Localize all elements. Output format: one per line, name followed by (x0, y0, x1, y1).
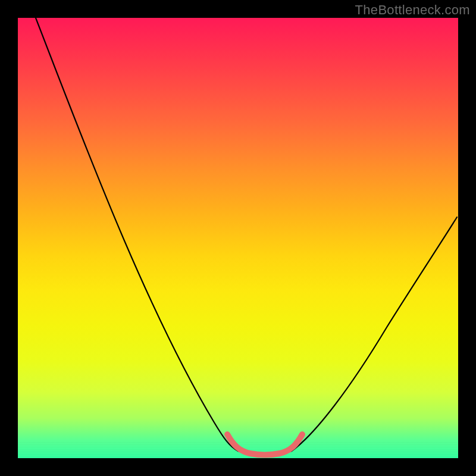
plot-wrapper (18, 18, 458, 458)
bottleneck-curve-right (292, 217, 457, 451)
bottleneck-curve-svg (18, 18, 458, 458)
bottleneck-curve-highlight (227, 434, 302, 455)
watermark-text: TheBottleneck.com (355, 2, 470, 18)
chart-frame: TheBottleneck.com (0, 0, 476, 476)
bottleneck-curve-left (36, 18, 238, 451)
